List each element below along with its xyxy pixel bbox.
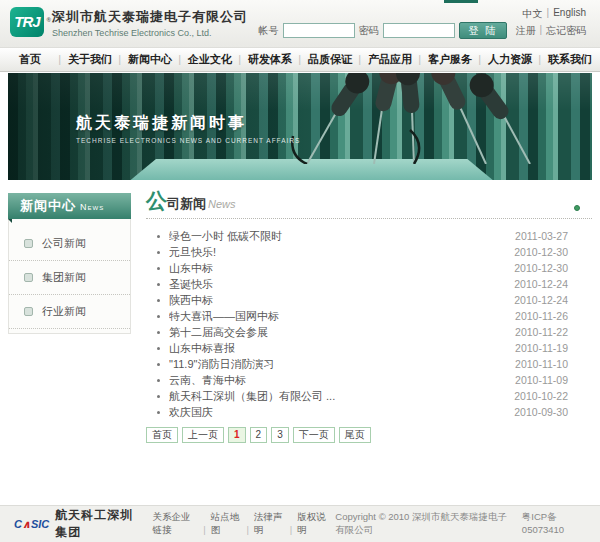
news-date: 2010-11-26 — [515, 310, 592, 322]
folder-icon — [24, 273, 33, 282]
footer-link[interactable]: 版权说明 — [297, 511, 335, 537]
registered-mark-icon: ® — [47, 5, 50, 35]
news-title-link[interactable]: 欢庆国庆 — [169, 405, 514, 420]
news-title-link[interactable]: 元旦快乐! — [169, 245, 514, 260]
main-content: 公 司新闻 News 绿色一小时 低碳不限时2011-03-27元旦快乐!201… — [146, 191, 592, 443]
banner-caption: 航天泰瑞捷新闻时事 TECHRISE ELECTRONICS NEWS AND … — [76, 113, 300, 144]
heading-first-char: 公 — [146, 191, 167, 211]
nav-item[interactable]: 联系我们 — [540, 48, 600, 71]
password-label: 密码 — [359, 24, 379, 38]
bullet-icon — [157, 267, 160, 270]
divider: | — [539, 24, 542, 38]
password-input[interactable] — [383, 23, 455, 38]
pagination: 首页上一页123下一页尾页 — [146, 427, 592, 443]
nav-item[interactable]: 人力资源 — [480, 48, 540, 71]
news-date: 2010-10-22 — [514, 390, 592, 402]
news-row: 山东中标喜报2010-11-19 — [146, 340, 592, 356]
footer-links: 关系企业链接站点地图法律声明版权说明 — [152, 511, 335, 537]
folder-icon — [24, 239, 33, 248]
nav-item[interactable]: 企业文化 — [180, 48, 240, 71]
page-button[interactable]: 2 — [250, 427, 268, 443]
nav-item[interactable]: 关于我们 — [60, 48, 120, 71]
footer-link[interactable]: 关系企业链接 — [152, 511, 205, 537]
sidebar-item[interactable]: 集团新闻 — [9, 261, 130, 295]
page-button[interactable]: 上一页 — [182, 427, 224, 443]
nav-item[interactable]: 产品应用 — [360, 48, 420, 71]
sidebar-item-label: 集团新闻 — [42, 270, 86, 285]
bullet-icon — [157, 299, 160, 302]
page-button[interactable]: 1 — [228, 427, 246, 443]
page-button[interactable]: 3 — [271, 427, 289, 443]
news-title-link[interactable]: 绿色一小时 低碳不限时 — [169, 229, 515, 244]
bullet-icon — [157, 315, 160, 318]
footer-copyright-block: Copyright © 2010 深圳市航天泰瑞捷电子有限公司 粤ICP备050… — [335, 511, 586, 537]
nav-item[interactable]: 客户服务 — [420, 48, 480, 71]
page-button[interactable]: 首页 — [146, 427, 178, 443]
divider: | — [547, 7, 550, 21]
news-title-link[interactable]: 山东中标 — [169, 261, 514, 276]
news-date: 2011-03-27 — [515, 230, 592, 242]
lang-english-link[interactable]: English — [553, 7, 586, 21]
register-links: 注册 | 忘记密码 — [515, 24, 586, 38]
top-accent-bar — [444, 0, 478, 3]
page-button[interactable]: 下一页 — [293, 427, 335, 443]
company-logo[interactable]: TRJ® — [10, 7, 44, 37]
nav-item[interactable]: 新闻中心 — [120, 48, 180, 71]
login-bar: 帐号 密码 登 陆 注册 | 忘记密码 — [259, 22, 586, 39]
register-link[interactable]: 注册 — [515, 24, 535, 38]
news-title-link[interactable]: 特大喜讯——国网中标 — [169, 309, 515, 324]
sidebar-item[interactable]: 公司新闻 — [9, 227, 130, 261]
news-row: 特大喜讯——国网中标2010-11-26 — [146, 308, 592, 324]
news-date: 2010-09-30 — [514, 406, 592, 418]
footer-link[interactable]: 法律声明 — [254, 511, 292, 537]
news-title-link[interactable]: 航天科工深圳（集团）有限公司 ... — [169, 389, 514, 404]
footer-group-name: 航天科工深圳集团 — [55, 507, 142, 541]
bullet-icon — [157, 283, 160, 286]
casic-logo-icon: C∧SIC — [14, 518, 49, 531]
rss-dot-icon — [574, 205, 580, 211]
news-date: 2010-11-09 — [515, 374, 592, 386]
sidebar-title-en: News — [80, 202, 104, 212]
sidebar-news-center: 新闻中心News 公司新闻集团新闻行业新闻 — [8, 193, 131, 334]
news-row: "11.9"消防日消防演习2010-11-10 — [146, 356, 592, 372]
bullet-icon — [157, 347, 160, 350]
bullet-icon — [157, 395, 160, 398]
news-title-link[interactable]: 云南、青海中标 — [169, 373, 515, 388]
news-title-link[interactable]: 山东中标喜报 — [169, 341, 515, 356]
news-date: 2010-11-22 — [515, 326, 592, 338]
lang-chinese-link[interactable]: 中文 — [523, 7, 543, 21]
sidebar-item-label: 公司新闻 — [42, 236, 86, 251]
news-title-link[interactable]: 圣诞快乐 — [169, 277, 514, 292]
login-button[interactable]: 登 陆 — [459, 22, 508, 39]
sidebar-item-label: 行业新闻 — [42, 304, 86, 319]
page-button[interactable]: 尾页 — [339, 427, 371, 443]
company-name-en: Shenzhen Techrise Electronics Co., Ltd. — [52, 28, 248, 38]
nav-item[interactable]: 首页 — [0, 48, 60, 71]
section-heading: 公 司新闻 News — [146, 191, 592, 219]
news-row: 陕西中标2010-12-24 — [146, 292, 592, 308]
news-date: 2010-12-24 — [514, 294, 592, 306]
news-date: 2010-11-19 — [515, 342, 592, 354]
nav-item[interactable]: 品质保证 — [300, 48, 360, 71]
news-title-link[interactable]: 陕西中标 — [169, 293, 514, 308]
sidebar-title-cn: 新闻中心 — [20, 198, 76, 213]
news-date: 2010-12-30 — [514, 246, 592, 258]
banner-subtitle: TECHRISE ELECTRONICS NEWS AND CURRENT AF… — [76, 137, 300, 144]
news-banner: 航天泰瑞捷新闻时事 TECHRISE ELECTRONICS NEWS AND … — [8, 73, 592, 180]
bullet-icon — [157, 235, 160, 238]
footer-link[interactable]: 站点地图 — [211, 511, 249, 537]
bullet-icon — [157, 363, 160, 366]
forgot-password-link[interactable]: 忘记密码 — [546, 24, 586, 38]
news-row: 元旦快乐!2010-12-30 — [146, 244, 592, 260]
sidebar-item[interactable]: 行业新闻 — [9, 295, 130, 329]
nav-item[interactable]: 研发体系 — [240, 48, 300, 71]
news-row: 绿色一小时 低碳不限时2011-03-27 — [146, 228, 592, 244]
news-date: 2010-12-30 — [514, 262, 592, 274]
account-input[interactable] — [283, 23, 355, 38]
main-nav: 首页关于我们新闻中心企业文化研发体系品质保证产品应用客户服务人力资源联系我们 — [0, 48, 600, 72]
bullet-icon — [157, 331, 160, 334]
sidebar-header: 新闻中心News — [8, 193, 131, 219]
news-title-link[interactable]: "11.9"消防日消防演习 — [169, 357, 515, 372]
news-title-link[interactable]: 第十二届高交会参展 — [169, 325, 515, 340]
news-row: 圣诞快乐2010-12-24 — [146, 276, 592, 292]
